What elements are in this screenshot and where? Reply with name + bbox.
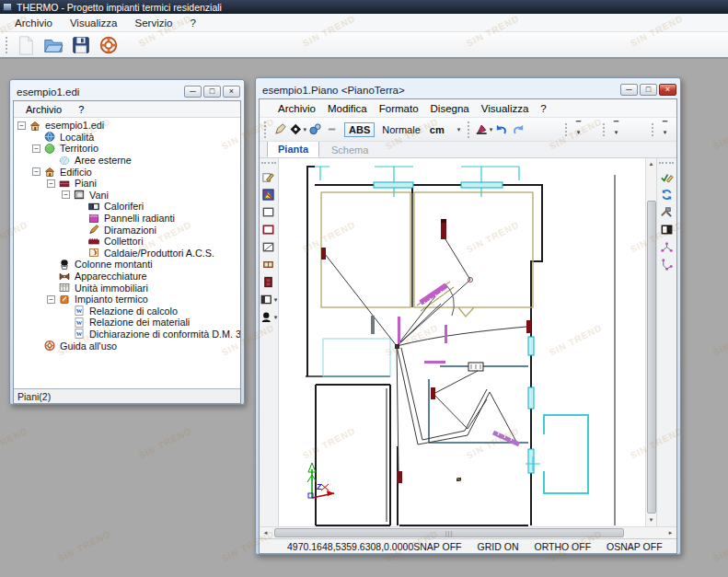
main-title: THERMO - Progetto impianti termici resid… bbox=[17, 2, 222, 13]
close-button[interactable]: × bbox=[223, 86, 240, 98]
wall-layer-icon[interactable] bbox=[260, 186, 277, 203]
status-toggle-snap-off[interactable]: SNAP OFF bbox=[413, 541, 461, 552]
tree-expander[interactable]: − bbox=[47, 295, 55, 304]
drawing-tools-right bbox=[656, 158, 676, 526]
minimize-button[interactable]: ─ bbox=[620, 84, 638, 96]
tree-item-caldaie-produttori-a-c-s[interactable]: Caldaie/Produttori A.C.S. bbox=[14, 248, 240, 260]
tree-item-vani[interactable]: −Vani bbox=[14, 190, 240, 202]
menu-item-modifica[interactable]: Modifica bbox=[328, 103, 367, 114]
door-tool-icon[interactable] bbox=[260, 273, 277, 291]
menu-item-archivio[interactable]: Archivio bbox=[12, 17, 55, 29]
minimize-button[interactable]: ─ bbox=[184, 86, 202, 98]
tree-item-unit-immobiliari[interactable]: Unità immobiliari bbox=[14, 282, 240, 294]
vertical-scrollbar[interactable]: ▲ ▼ bbox=[645, 158, 656, 526]
room-diagonal-icon[interactable] bbox=[260, 238, 277, 256]
toolbar-overflow-button[interactable]: ▔▾ bbox=[572, 121, 584, 137]
vertical-scroll-thumb[interactable] bbox=[647, 201, 656, 514]
tree-window-statusbar: Piani(2) bbox=[14, 388, 240, 403]
tree-expander[interactable]: − bbox=[32, 167, 40, 176]
menu-item-archivio[interactable]: Archivio bbox=[26, 104, 62, 115]
menu-item-disegna[interactable]: Disegna bbox=[431, 103, 469, 114]
scroll-left-arrow[interactable]: ◄ bbox=[260, 527, 272, 538]
menu-item-[interactable]: ? bbox=[540, 103, 546, 114]
scroll-up-arrow[interactable]: ▲ bbox=[646, 158, 657, 170]
tree-item-edificio[interactable]: −Edificio bbox=[14, 166, 240, 178]
network-branch-icon[interactable] bbox=[658, 256, 676, 273]
tab-schema[interactable]: Schema bbox=[321, 143, 378, 157]
maximize-button[interactable]: □ bbox=[640, 84, 657, 96]
zoom-spheres-icon[interactable] bbox=[306, 121, 324, 139]
tree-expander[interactable]: − bbox=[17, 121, 26, 130]
room-red-icon[interactable] bbox=[260, 221, 277, 238]
undo-icon[interactable] bbox=[492, 121, 510, 139]
menu-item-visualizza[interactable]: Visualizza bbox=[67, 17, 121, 29]
network-nodes-icon[interactable] bbox=[658, 238, 676, 256]
refresh-icon[interactable] bbox=[658, 186, 676, 203]
status-toggle-ortho-off[interactable]: ORTHO OFF bbox=[534, 541, 591, 552]
tree-item-impianto-termico[interactable]: −Impianto termico bbox=[14, 294, 240, 306]
menu-item-servizio[interactable]: Servizio bbox=[132, 17, 175, 29]
status-toggle-grid-on[interactable]: GRID ON bbox=[478, 541, 519, 552]
plan-toolbar: ▾ ABS Normale cm ▾ ▾ ▔▾ ▔▾ ▔▾ bbox=[260, 118, 676, 142]
scroll-right-arrow[interactable]: ► bbox=[664, 527, 676, 538]
draw-pen-icon[interactable] bbox=[260, 168, 277, 186]
room-plain-icon[interactable] bbox=[260, 203, 277, 221]
tree-item-relazione-dei-materiali[interactable]: WRelazione dei materiali bbox=[14, 317, 240, 329]
project-icon bbox=[29, 120, 42, 132]
tree-item-territorio[interactable]: −Territorio bbox=[14, 143, 240, 155]
tree-item-caloriferi[interactable]: Caloriferi bbox=[14, 201, 240, 213]
plan-statusbar: 4970.1648,5359.6308,0.0000 SNAP OFFGRID … bbox=[260, 538, 676, 553]
snap-diamond-dropdown-icon[interactable]: ▾ bbox=[289, 121, 306, 139]
person-dropdown-icon[interactable]: ▾ bbox=[260, 308, 277, 326]
menu-item-visualizza[interactable]: Visualizza bbox=[481, 103, 529, 114]
scroll-down-arrow[interactable]: ▼ bbox=[646, 514, 657, 526]
menu-item-[interactable]: ? bbox=[187, 17, 198, 29]
room-bw-icon[interactable] bbox=[658, 221, 676, 238]
tree-item-dichiarazione-di-conformit-d-m-37-08[interactable]: WDichiarazione di conformità D.M. 37/08 bbox=[14, 329, 240, 340]
tree-item-pannelli-radianti[interactable]: Pannelli radianti bbox=[14, 213, 240, 225]
open-folder-icon[interactable] bbox=[40, 33, 65, 57]
tree-item-aree-esterne[interactable]: Aree esterne bbox=[14, 155, 240, 167]
toolbar-overflow-button[interactable]: ▔▾ bbox=[610, 121, 622, 137]
tree-item-guida-all-uso[interactable]: Guida all'uso bbox=[14, 340, 240, 352]
tree-item-apparecchiature[interactable]: Apparecchiature bbox=[14, 271, 240, 283]
horizontal-scrollbar[interactable]: ◄ ||| ► bbox=[260, 526, 676, 538]
tree-item-relazione-di-calcolo[interactable]: WRelazione di calcolo bbox=[14, 306, 240, 317]
redo-icon[interactable] bbox=[510, 121, 527, 139]
select-pen-icon[interactable] bbox=[272, 121, 289, 139]
status-toggle-osnap-off[interactable]: OSNAP OFF bbox=[607, 541, 662, 552]
verify-pen-icon[interactable] bbox=[658, 168, 676, 186]
unit-combo[interactable]: cm ▾ bbox=[425, 124, 465, 135]
menu-item-formato[interactable]: Formato bbox=[379, 103, 419, 114]
insert-room-dropdown-icon[interactable]: ▾ bbox=[260, 291, 277, 308]
help-icon[interactable] bbox=[96, 33, 121, 57]
tree-item-localit[interactable]: Località bbox=[14, 132, 240, 144]
cone-marker-dropdown-icon[interactable]: ▾ bbox=[475, 121, 492, 139]
tree-item-piani[interactable]: −Piani bbox=[14, 178, 240, 190]
close-button[interactable]: × bbox=[659, 84, 676, 96]
tree-expander[interactable]: − bbox=[32, 144, 40, 153]
maximize-button[interactable]: □ bbox=[203, 86, 221, 98]
window-tool-icon[interactable] bbox=[260, 256, 277, 273]
tree-item-collettori[interactable]: Collettori bbox=[14, 236, 240, 248]
new-document-icon[interactable] bbox=[13, 33, 38, 57]
horizontal-scroll-thumb[interactable]: ||| bbox=[274, 528, 624, 537]
dash-icon[interactable] bbox=[324, 121, 341, 139]
save-icon[interactable] bbox=[68, 33, 93, 57]
tree-item-colonne-montanti[interactable]: Colonne montanti bbox=[14, 259, 240, 271]
tree-item-esempio1-edi[interactable]: −esempio1.edi bbox=[14, 120, 240, 132]
menu-item-archivio[interactable]: Archivio bbox=[278, 103, 316, 114]
abs-button[interactable]: ABS bbox=[344, 122, 375, 137]
menu-item-[interactable]: ? bbox=[78, 104, 84, 115]
tools-icon[interactable] bbox=[658, 203, 676, 221]
tree-item-diramazioni[interactable]: Diramazioni bbox=[14, 224, 240, 236]
tab-pianta[interactable]: Pianta bbox=[267, 141, 319, 157]
floor-plan-canvas[interactable]: Z bbox=[279, 158, 645, 526]
tree-expander[interactable]: − bbox=[47, 179, 55, 188]
tree-expander[interactable]: − bbox=[62, 190, 70, 199]
chevron-down-icon: ▾ bbox=[457, 126, 461, 133]
style-combo[interactable]: Normale bbox=[377, 124, 425, 135]
territory-icon bbox=[43, 143, 57, 155]
toolbar-overflow-button[interactable]: ▔▾ bbox=[659, 121, 671, 137]
drawing-tools-left: ▾▾ bbox=[260, 158, 279, 526]
